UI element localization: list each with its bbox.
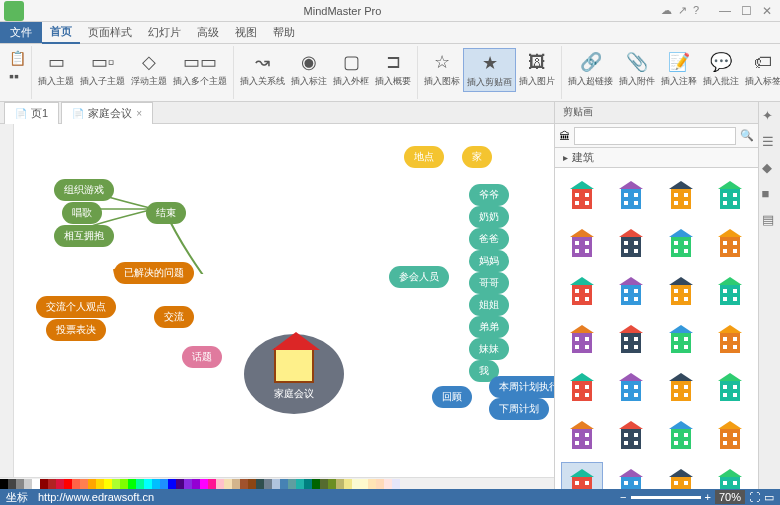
color-swatch[interactable]: [40, 479, 48, 489]
cloud-icon[interactable]: ☁: [661, 4, 672, 17]
color-swatch[interactable]: [72, 479, 80, 489]
node-person-6[interactable]: 弟弟: [469, 316, 509, 338]
node-location[interactable]: 地点: [404, 146, 444, 168]
fit-icon[interactable]: ⛶: [749, 491, 760, 503]
node-person-7[interactable]: 妹妹: [469, 338, 509, 360]
tab-task-icon[interactable]: ▤: [762, 212, 778, 228]
node-end-1[interactable]: 唱歌: [62, 202, 102, 224]
ribbon-comment-button[interactable]: 💬插入批注: [700, 48, 742, 90]
color-swatch[interactable]: [320, 479, 328, 489]
menu-pagestyle[interactable]: 页面样式: [80, 22, 140, 43]
color-swatch[interactable]: [192, 479, 200, 489]
tab-diamond-icon[interactable]: ◆: [762, 160, 778, 176]
node-person-2[interactable]: 爸爸: [469, 228, 509, 250]
clipboard-icon[interactable]: 📋: [9, 50, 26, 66]
ribbon-summary-button[interactable]: ⊐插入概要: [372, 48, 414, 90]
clipart-building-9[interactable]: [610, 270, 652, 312]
color-swatch[interactable]: [168, 479, 176, 489]
node-discuss-1[interactable]: 投票表决: [46, 319, 106, 341]
zoom-in-button[interactable]: +: [705, 491, 711, 503]
ribbon-clipart-button[interactable]: ★插入剪贴画: [463, 48, 516, 92]
color-swatch[interactable]: [32, 479, 40, 489]
close-icon[interactable]: ×: [136, 108, 142, 119]
color-swatch[interactable]: [264, 479, 272, 489]
tab-pointer-icon[interactable]: ✦: [762, 108, 778, 124]
clipart-building-26[interactable]: [660, 462, 702, 489]
color-swatch[interactable]: [136, 479, 144, 489]
clipart-building-24[interactable]: [561, 462, 603, 489]
tab-list-icon[interactable]: ☰: [762, 134, 778, 150]
ribbon-tag-button[interactable]: 🏷插入标签: [742, 48, 780, 90]
clipart-building-11[interactable]: [709, 270, 751, 312]
doc-tab-2[interactable]: 📄 家庭会议 ×: [61, 102, 153, 124]
ribbon-marker-button[interactable]: ☆插入图标: [421, 48, 463, 92]
color-swatch[interactable]: [352, 479, 360, 489]
color-swatch[interactable]: [112, 479, 120, 489]
ribbon-multi-button[interactable]: ▭▭插入多个主题: [170, 48, 230, 90]
color-swatch[interactable]: [208, 479, 216, 489]
color-palette[interactable]: [0, 477, 554, 489]
paste-icon[interactable]: ▪▪: [9, 68, 19, 84]
close-button[interactable]: ✕: [762, 4, 772, 18]
clipart-building-5[interactable]: [610, 222, 652, 264]
node-discuss-0[interactable]: 交流个人观点: [36, 296, 116, 318]
clipart-building-22[interactable]: [660, 414, 702, 456]
node-end-0[interactable]: 组织游戏: [54, 179, 114, 201]
node-people[interactable]: 参会人员: [389, 266, 449, 288]
clipart-building-10[interactable]: [660, 270, 702, 312]
color-swatch[interactable]: [128, 479, 136, 489]
page-icon[interactable]: ▭: [764, 491, 774, 504]
color-swatch[interactable]: [24, 479, 32, 489]
node-review-1[interactable]: 下周计划: [489, 398, 549, 420]
color-swatch[interactable]: [384, 479, 392, 489]
node-solved[interactable]: 已解决的问题: [114, 262, 194, 284]
color-swatch[interactable]: [296, 479, 304, 489]
color-swatch[interactable]: [360, 479, 368, 489]
minimize-button[interactable]: —: [719, 4, 731, 18]
tab-square-icon[interactable]: ■: [762, 186, 778, 202]
node-discuss[interactable]: 交流: [154, 306, 194, 328]
color-swatch[interactable]: [152, 479, 160, 489]
library-icon[interactable]: 🏛: [559, 130, 570, 142]
color-swatch[interactable]: [368, 479, 376, 489]
clipart-building-19[interactable]: [709, 366, 751, 408]
clipart-building-3[interactable]: [709, 174, 751, 216]
clipart-building-15[interactable]: [709, 318, 751, 360]
clipart-building-7[interactable]: [709, 222, 751, 264]
node-review[interactable]: 回顾: [432, 386, 472, 408]
color-swatch[interactable]: [184, 479, 192, 489]
clipart-building-4[interactable]: [561, 222, 603, 264]
node-person-1[interactable]: 奶奶: [469, 206, 509, 228]
color-swatch[interactable]: [56, 479, 64, 489]
color-swatch[interactable]: [64, 479, 72, 489]
menu-advanced[interactable]: 高级: [189, 22, 227, 43]
color-swatch[interactable]: [104, 479, 112, 489]
clipart-building-23[interactable]: [709, 414, 751, 456]
node-person-0[interactable]: 爷爷: [469, 184, 509, 206]
node-person-3[interactable]: 妈妈: [469, 250, 509, 272]
center-node[interactable]: 家庭会议: [244, 334, 344, 414]
clipart-building-1[interactable]: [610, 174, 652, 216]
menu-home[interactable]: 首页: [42, 21, 80, 44]
color-swatch[interactable]: [328, 479, 336, 489]
clipart-building-0[interactable]: [561, 174, 603, 216]
doc-tab-1[interactable]: 📄 页1: [4, 102, 59, 124]
node-person-4[interactable]: 哥哥: [469, 272, 509, 294]
category-header[interactable]: ▸ 建筑: [555, 148, 758, 168]
clipart-building-20[interactable]: [561, 414, 603, 456]
ribbon-float-button[interactable]: ◇浮动主题: [128, 48, 170, 90]
color-swatch[interactable]: [160, 479, 168, 489]
color-swatch[interactable]: [232, 479, 240, 489]
ribbon-callout-button[interactable]: ◉插入标注: [288, 48, 330, 90]
color-swatch[interactable]: [376, 479, 384, 489]
color-swatch[interactable]: [240, 479, 248, 489]
canvas[interactable]: 家庭会议 地点家参会人员爷爷奶奶爸爸妈妈哥哥姐姐弟弟妹妹我回顾本周计划执行进度下…: [14, 124, 554, 489]
clipart-building-6[interactable]: [660, 222, 702, 264]
color-swatch[interactable]: [288, 479, 296, 489]
node-home[interactable]: 家: [462, 146, 492, 168]
ribbon-link-button[interactable]: 🔗插入超链接: [565, 48, 616, 90]
ribbon-boundary-button[interactable]: ▢插入外框: [330, 48, 372, 90]
color-swatch[interactable]: [344, 479, 352, 489]
clipart-building-25[interactable]: [610, 462, 652, 489]
color-swatch[interactable]: [256, 479, 264, 489]
